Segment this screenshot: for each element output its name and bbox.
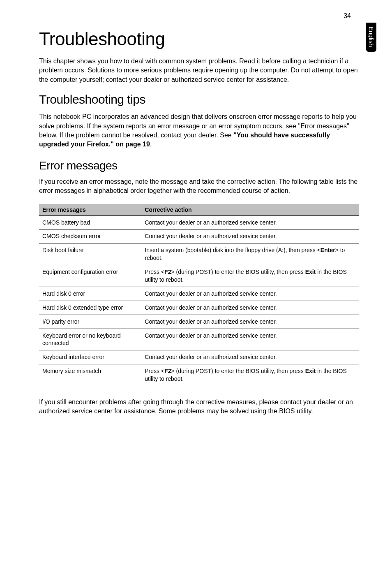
table-header-error: Error messages — [39, 204, 141, 216]
footer-paragraph: If you still encounter problems after go… — [39, 398, 359, 416]
error-message-cell: CMOS battery bad — [39, 215, 141, 229]
table-row: Hard disk 0 extended type errorContact y… — [39, 301, 359, 315]
action-text: Contact your dealer or an authorized ser… — [145, 290, 277, 297]
table-header-row: Error messages Corrective action — [39, 204, 359, 216]
action-key: F2 — [164, 368, 171, 374]
action-key: Enter — [321, 247, 335, 253]
table-row: Hard disk 0 errorContact your dealer or … — [39, 287, 359, 301]
corrective-action-cell: Insert a system (bootable) disk into the… — [141, 243, 359, 265]
action-text: Insert a system (bootable) disk into the… — [145, 247, 321, 253]
error-messages-table: Error messages Corrective action CMOS ba… — [39, 204, 359, 386]
corrective-action-cell: Contact your dealer or an authorized ser… — [141, 301, 359, 315]
action-key: Exit — [305, 269, 316, 275]
corrective-action-cell: Contact your dealer or an authorized ser… — [141, 315, 359, 329]
action-text: Contact your dealer or an authorized ser… — [145, 354, 277, 360]
table-row: Equipment configuration errorPress <F2> … — [39, 265, 359, 287]
corrective-action-cell: Contact your dealer or an authorized ser… — [141, 329, 359, 350]
corrective-action-cell: Contact your dealer or an authorized ser… — [141, 229, 359, 243]
corrective-action-cell: Contact your dealer or an authorized ser… — [141, 287, 359, 301]
error-message-cell: Memory size mismatch — [39, 364, 141, 386]
language-tab: English — [366, 23, 376, 52]
error-message-cell: Keyboard error or no keyboard connected — [39, 329, 141, 350]
action-text: > (during POST) to enter the BIOS utilit… — [171, 269, 305, 275]
corrective-action-cell: Press <F2> (during POST) to enter the BI… — [141, 265, 359, 287]
table-row: Keyboard interface errorContact your dea… — [39, 350, 359, 364]
corrective-action-cell: Contact your dealer or an authorized ser… — [141, 350, 359, 364]
corrective-action-cell: Contact your dealer or an authorized ser… — [141, 215, 359, 229]
action-text: Contact your dealer or an authorized ser… — [145, 304, 277, 311]
action-key: F2 — [164, 269, 171, 275]
corrective-action-cell: Press <F2> (during POST) to enter the BI… — [141, 364, 359, 386]
error-message-cell: Keyboard interface error — [39, 350, 141, 364]
action-text: Contact your dealer or an authorized ser… — [145, 219, 277, 226]
table-body: CMOS battery badContact your dealer or a… — [39, 215, 359, 386]
page-number: 34 — [344, 12, 351, 20]
action-text: Contact your dealer or an authorized ser… — [145, 233, 277, 239]
table-row: Memory size mismatchPress <F2> (during P… — [39, 364, 359, 386]
action-text: > (during POST) to enter the BIOS utilit… — [171, 368, 305, 374]
error-message-cell: CMOS checksum error — [39, 229, 141, 243]
action-text: Contact your dealer or an authorized ser… — [145, 332, 277, 339]
error-message-cell: Disk boot failure — [39, 243, 141, 265]
action-text: Press < — [145, 269, 164, 275]
page-title: Troubleshooting — [39, 29, 359, 49]
tips-text-post: . — [150, 141, 152, 148]
intro-paragraph: This chapter shows you how to deal with … — [39, 57, 359, 84]
error-message-cell: Hard disk 0 extended type error — [39, 301, 141, 315]
error-message-cell: Equipment configuration error — [39, 265, 141, 287]
error-message-cell: Hard disk 0 error — [39, 287, 141, 301]
error-paragraph: If you receive an error message, note th… — [39, 177, 359, 196]
table-header-action: Corrective action — [141, 204, 359, 216]
action-text: Press < — [145, 368, 164, 374]
tips-heading: Troubleshooting tips — [39, 93, 359, 107]
table-row: CMOS checksum errorContact your dealer o… — [39, 229, 359, 243]
action-text: Contact your dealer or an authorized ser… — [145, 318, 277, 325]
table-row: Keyboard error or no keyboard connectedC… — [39, 329, 359, 350]
action-key: Exit — [305, 368, 316, 374]
error-message-cell: I/O parity error — [39, 315, 141, 329]
tips-paragraph: This notebook PC incorporates an advance… — [39, 112, 359, 149]
table-row: Disk boot failureInsert a system (bootab… — [39, 243, 359, 265]
table-row: CMOS battery badContact your dealer or a… — [39, 215, 359, 229]
table-row: I/O parity errorContact your dealer or a… — [39, 315, 359, 329]
error-heading: Error messages — [39, 159, 359, 172]
